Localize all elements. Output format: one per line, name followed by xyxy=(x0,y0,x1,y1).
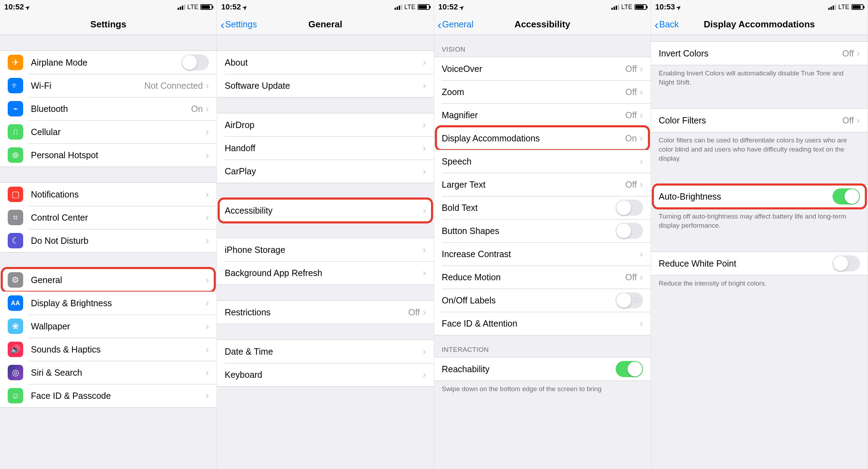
row-bluetooth[interactable]: ⌁BluetoothOn› xyxy=(0,97,217,120)
chevron-right-icon: › xyxy=(423,142,426,154)
toggle-switch[interactable] xyxy=(616,361,643,377)
row-face-id-attention[interactable]: Face ID & Attention› xyxy=(434,312,651,335)
row-invert-colors[interactable]: Invert ColorsOff› xyxy=(651,42,868,65)
row-wi-fi[interactable]: ᯤWi-FiNot Connected› xyxy=(0,74,217,97)
row-increase-contrast[interactable]: Increase Contrast› xyxy=(434,242,651,266)
row-wallpaper[interactable]: ❀Wallpaper› xyxy=(0,315,217,338)
row-face-id-passcode[interactable]: ☺Face ID & Passcode› xyxy=(0,384,217,407)
row-reduce-white-point[interactable]: Reduce White Point xyxy=(651,252,868,275)
row-handoff[interactable]: Handoff› xyxy=(217,136,433,160)
row-voiceover[interactable]: VoiceOverOff› xyxy=(434,57,651,80)
signal-icon xyxy=(611,5,619,10)
cellular-icon: ⎍ xyxy=(8,124,23,140)
row-software-update[interactable]: Software Update› xyxy=(217,74,433,97)
nav-bar: ‹GeneralAccessibility xyxy=(434,14,651,35)
status-time: 10:52 xyxy=(4,2,24,12)
airplane-icon: ✈ xyxy=(8,55,23,70)
row-do-not-disturb[interactable]: ☾Do Not Disturb› xyxy=(0,229,217,252)
row-personal-hotspot[interactable]: ⊚Personal Hotspot› xyxy=(0,143,217,167)
row-display-brightness[interactable]: AADisplay & Brightness› xyxy=(0,292,217,315)
row-label: Speech xyxy=(442,156,640,167)
row-carplay[interactable]: CarPlay› xyxy=(217,160,433,183)
row-label: Invert Colors xyxy=(659,48,842,59)
chevron-right-icon: › xyxy=(423,166,426,177)
chevron-right-icon: › xyxy=(206,235,209,246)
row-siri-search[interactable]: ◎Siri & Search› xyxy=(0,361,217,384)
row-background-app-refresh[interactable]: Background App Refresh› xyxy=(217,261,433,284)
status-bar: 10:53LTE xyxy=(651,0,868,14)
screen-display-accommodations: 10:53LTE‹BackDisplay AccommodationsInver… xyxy=(651,0,868,469)
row-zoom[interactable]: ZoomOff› xyxy=(434,80,651,103)
signal-icon xyxy=(178,5,185,10)
row-date-time[interactable]: Date & Time› xyxy=(217,340,433,363)
row-airplane-mode[interactable]: ✈Airplane Mode xyxy=(0,51,217,74)
row-label: Personal Hotspot xyxy=(31,150,206,160)
toggle-switch[interactable] xyxy=(616,292,643,308)
nav-back-button[interactable]: ‹Back xyxy=(655,19,679,31)
chevron-right-icon: › xyxy=(206,189,209,200)
hotspot-icon: ⊚ xyxy=(8,147,23,163)
chevron-right-icon: › xyxy=(857,48,860,59)
row-button-shapes[interactable]: Button Shapes xyxy=(434,219,651,242)
chevron-right-icon: › xyxy=(423,346,426,357)
row-label: Bold Text xyxy=(442,203,616,213)
section-footer: Turning off auto-brightness may affect b… xyxy=(651,208,868,236)
chevron-left-icon: ‹ xyxy=(220,19,224,31)
row-control-center[interactable]: ⌗Control Center› xyxy=(0,206,217,229)
row-keyboard[interactable]: Keyboard› xyxy=(217,363,433,386)
toggle-switch[interactable] xyxy=(833,188,860,205)
row-label: Notifications xyxy=(31,189,206,200)
toggle-switch[interactable] xyxy=(181,54,209,71)
battery-icon xyxy=(200,4,212,10)
row-color-filters[interactable]: Color FiltersOff› xyxy=(651,109,868,132)
chevron-right-icon: › xyxy=(423,307,426,318)
chevron-right-icon: › xyxy=(206,126,209,138)
row-display-accommodations[interactable]: Display AccommodationsOn› xyxy=(434,127,651,150)
row-sounds-haptics[interactable]: 🔊Sounds & Haptics› xyxy=(0,338,217,361)
nav-back-button[interactable]: ‹Settings xyxy=(220,19,257,31)
row-magnifier[interactable]: MagnifierOff› xyxy=(434,103,651,127)
chevron-right-icon: › xyxy=(206,212,209,223)
toggle-switch[interactable] xyxy=(616,223,643,239)
row-label: General xyxy=(31,275,206,285)
toggle-switch[interactable] xyxy=(833,255,860,272)
section-footer: Enabling Invert Colors will automaticall… xyxy=(651,65,868,93)
chevron-right-icon: › xyxy=(206,103,209,114)
row-on-off-labels[interactable]: On/Off Labels xyxy=(434,289,651,312)
row-iphone-storage[interactable]: iPhone Storage› xyxy=(217,238,433,261)
row-auto-brightness[interactable]: Auto-Brightness xyxy=(651,185,868,208)
row-reachability[interactable]: Reachability xyxy=(434,357,651,381)
row-label: Handoff xyxy=(225,143,423,153)
toggle-switch[interactable] xyxy=(616,200,643,216)
chevron-right-icon: › xyxy=(206,297,209,309)
row-detail: Off xyxy=(625,64,637,74)
row-about[interactable]: About› xyxy=(217,51,433,74)
row-detail: Off xyxy=(842,48,854,59)
row-restrictions[interactable]: RestrictionsOff› xyxy=(217,301,433,324)
row-notifications[interactable]: ▢Notifications› xyxy=(0,183,217,206)
row-airdrop[interactable]: AirDrop› xyxy=(217,113,433,136)
section-footer: Color filters can be used to differentia… xyxy=(651,132,868,169)
chevron-right-icon: › xyxy=(640,63,643,74)
row-detail: Off xyxy=(408,307,420,317)
row-accessibility[interactable]: Accessibility› xyxy=(217,199,433,222)
chevron-right-icon: › xyxy=(640,248,643,260)
row-larger-text[interactable]: Larger TextOff› xyxy=(434,173,651,196)
row-detail: Off xyxy=(842,115,854,126)
row-speech[interactable]: Speech› xyxy=(434,150,651,173)
general-icon: ⚙ xyxy=(8,272,23,288)
row-cellular[interactable]: ⎍Cellular› xyxy=(0,120,217,143)
row-bold-text[interactable]: Bold Text xyxy=(434,196,651,219)
chevron-right-icon: › xyxy=(423,119,426,130)
nav-back-button[interactable]: ‹General xyxy=(438,19,473,31)
row-label: VoiceOver xyxy=(442,64,625,74)
nav-back-label: Settings xyxy=(225,19,257,29)
row-label: On/Off Labels xyxy=(442,295,616,306)
screen-general: 10:52LTE‹SettingsGeneralAbout›Software U… xyxy=(217,0,434,469)
chevron-right-icon: › xyxy=(423,369,426,380)
row-general[interactable]: ⚙General› xyxy=(0,268,217,292)
location-icon xyxy=(243,2,247,12)
row-reduce-motion[interactable]: Reduce MotionOff› xyxy=(434,266,651,289)
sounds-icon: 🔊 xyxy=(8,342,23,357)
row-label: About xyxy=(225,58,423,68)
